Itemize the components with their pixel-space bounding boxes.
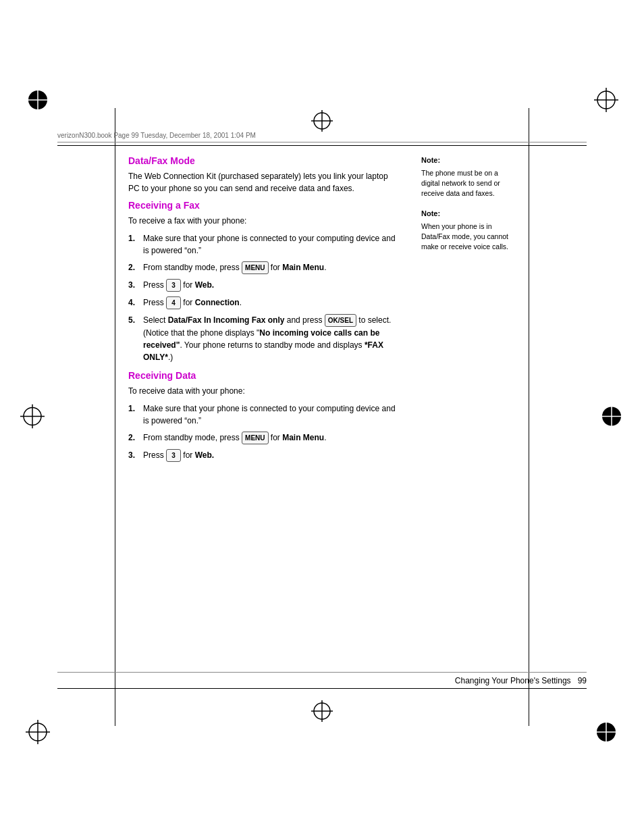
receiving-data-steps: 1. Make sure that your phone is connecte… [128,402,401,462]
no-voice-calls-label: No incoming voice calls can be received" [143,328,379,350]
fax-in-label: Data/Fax In Incoming Fax only [168,315,285,325]
page-header: verizonN300.book Page 99 Tuesday, Decemb… [57,132,587,142]
main-menu-label-fax2: Main Menu [282,263,324,272]
note1-label: Note: [421,155,516,166]
footer-page-number: 99 [578,676,587,685]
note1-text: The phone must be on a digital network t… [421,168,516,199]
note2-label: Note: [421,209,516,219]
fax-step-1: 1. Make sure that your phone is connecte… [128,232,401,257]
web-label-data: Web. [195,450,214,460]
fax-step-5-number: 5. [128,314,143,326]
hline-top [57,145,587,146]
data-step-3-number: 3. [128,449,143,461]
fax-step-2-text: From standby mode, press MENU for Main M… [143,261,401,274]
section-receiving-fax: Receiving a Fax To receive a fax with yo… [128,200,401,363]
fax-step-2: 2. From standby mode, press MENU for Mai… [128,261,401,274]
footer-text: Changing Your Phone's Settings 99 [455,676,587,685]
receiving-data-intro: To receive data with your phone: [128,385,401,397]
vline-right [529,108,529,726]
fax-step-4-text: Press 4 for Connection. [143,296,401,309]
menu-key-fax2: MENU [242,261,268,274]
reg-mark-tl [26,88,50,114]
fax-step-1-number: 1. [128,232,143,244]
data-step-3-text: Press 3 for Web. [143,449,401,462]
section-data-fax-mode: Data/Fax Mode The Web Connection Kit (pu… [128,155,401,194]
data-step-1-text: Make sure that your phone is connected t… [143,402,401,427]
hline-bottom [57,688,587,689]
oksel-key-fax: OK/SEL [325,314,356,327]
data-step-2-number: 2. [128,432,143,444]
fax-step-3-text: Press 3 for Web. [143,279,401,292]
heading-data-fax-mode: Data/Fax Mode [128,155,401,166]
heading-receiving-data: Receiving Data [128,370,401,381]
vline-left [115,108,115,726]
fax-step-1-text: Make sure that your phone is connected t… [143,232,401,257]
page-container: verizonN300.book Page 99 Tuesday, Decemb… [0,0,644,834]
fax-step-4: 4. Press 4 for Connection. [128,296,401,309]
main-column: Data/Fax Mode The Web Connection Kit (pu… [128,155,408,672]
web-label-fax: Web. [195,280,214,290]
connection-label-fax: Connection [195,298,240,307]
data-step-3: 3. Press 3 for Web. [128,449,401,462]
key-3-data: 3 [166,449,181,462]
content-area: Data/Fax Mode The Web Connection Kit (pu… [128,155,516,672]
heading-receiving-fax: Receiving a Fax [128,200,401,211]
reg-mark-tr [594,88,618,114]
reg-mark-bl [26,720,50,746]
reg-mark-bottom-center [311,700,333,724]
menu-key-data2: MENU [242,432,268,444]
data-step-2-text: From standby mode, press MENU for Main M… [143,432,401,444]
reg-mark-br [594,720,618,746]
main-menu-label-data2: Main Menu [282,433,324,442]
fax-step-5-text: Select Data/Fax In Incoming Fax only and… [143,314,401,363]
fax-step-5: 5. Select Data/Fax In Incoming Fax only … [128,314,401,363]
fax-step-3: 3. Press 3 for Web. [128,279,401,292]
reg-mark-top-center [311,110,333,134]
page-footer: Changing Your Phone's Settings 99 [57,672,587,685]
receiving-fax-intro: To receive a fax with your phone: [128,215,401,227]
note-block-1: Note: The phone must be on a digital net… [421,155,516,199]
sidebar-column: Note: The phone must be on a digital net… [421,155,516,672]
fax-only-label: *FAX ONLY* [143,340,383,362]
key-3-fax: 3 [166,279,181,292]
reg-mark-mid-right [599,404,624,430]
key-4-fax: 4 [166,296,181,309]
note2-text: When your phone is in Data/Fax mode, you… [421,221,516,253]
section-receiving-data: Receiving Data To receive data with your… [128,370,401,462]
data-step-1: 1. Make sure that your phone is connecte… [128,402,401,427]
reg-mark-mid-left [20,404,45,430]
note-block-2: Note: When your phone is in Data/Fax mod… [421,209,516,253]
data-fax-mode-body: The Web Connection Kit (purchased separa… [128,170,401,194]
footer-label: Changing Your Phone's Settings [455,676,571,685]
data-step-1-number: 1. [128,402,143,415]
fax-step-2-number: 2. [128,261,143,273]
header-filename: verizonN300.book Page 99 Tuesday, Decemb… [57,132,256,139]
fax-step-4-number: 4. [128,296,143,309]
receiving-fax-steps: 1. Make sure that your phone is connecte… [128,232,401,363]
fax-step-3-number: 3. [128,279,143,291]
data-step-2: 2. From standby mode, press MENU for Mai… [128,432,401,444]
